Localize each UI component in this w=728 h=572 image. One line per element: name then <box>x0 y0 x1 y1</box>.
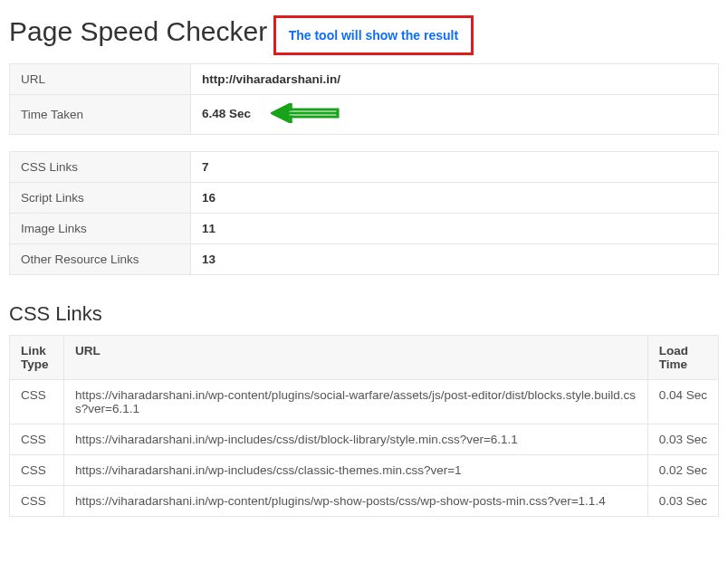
counts-script-label: Script Links <box>10 183 191 214</box>
table-row: CSS https://viharadarshani.in/wp-include… <box>10 455 719 486</box>
summary-time-value: 6.48 Sec <box>191 95 719 135</box>
css-links-table: Link Type URL Load Time CSS https://viha… <box>9 335 719 517</box>
table-row: CSS https://viharadarshani.in/wp-content… <box>10 380 719 424</box>
result-tip-text: The tool will show the result <box>289 28 458 43</box>
summary-time-text: 6.48 Sec <box>202 107 251 120</box>
col-header-link-type: Link Type <box>10 336 64 380</box>
table-row: CSS https://viharadarshani.in/wp-content… <box>10 486 719 517</box>
counts-css-label: CSS Links <box>10 152 191 183</box>
cell-url: https://viharadarshani.in/wp-includes/cs… <box>64 424 648 455</box>
arrow-left-icon <box>271 103 341 126</box>
cell-load-time: 0.02 Sec <box>647 455 718 486</box>
summary-url-label: URL <box>10 64 191 95</box>
cell-url: https://viharadarshani.in/wp-includes/cs… <box>64 455 648 486</box>
col-header-load-time: Load Time <box>647 336 718 380</box>
counts-image-value: 11 <box>191 214 719 244</box>
counts-table: CSS Links 7 Script Links 16 Image Links … <box>9 151 719 275</box>
cell-url: https://viharadarshani.in/wp-content/plu… <box>64 486 648 517</box>
cell-load-time: 0.03 Sec <box>647 424 718 455</box>
counts-script-value: 16 <box>191 183 719 214</box>
page-title: Page Speed Checker <box>9 16 267 47</box>
table-row: Time Taken 6.48 Sec <box>10 95 719 135</box>
cell-url: https://viharadarshani.in/wp-content/plu… <box>64 380 648 424</box>
table-header-row: Link Type URL Load Time <box>10 336 719 380</box>
summary-time-label: Time Taken <box>10 95 191 135</box>
table-row: Other Resource Links 13 <box>10 244 719 275</box>
table-row: URL http://viharadarshani.in/ <box>10 64 719 95</box>
summary-table: URL http://viharadarshani.in/ Time Taken… <box>9 63 719 135</box>
counts-other-value: 13 <box>191 244 719 275</box>
cell-link-type: CSS <box>10 486 64 517</box>
css-links-heading: CSS Links <box>9 302 719 326</box>
table-row: Script Links 16 <box>10 183 719 214</box>
table-row: CSS Links 7 <box>10 152 719 183</box>
title-row: Page Speed Checker The tool will show th… <box>9 7 719 63</box>
table-row: CSS https://viharadarshani.in/wp-include… <box>10 424 719 455</box>
cell-link-type: CSS <box>10 455 64 486</box>
result-tip-box: The tool will show the result <box>273 15 474 55</box>
table-row: Image Links 11 <box>10 214 719 244</box>
cell-link-type: CSS <box>10 424 64 455</box>
summary-url-value: http://viharadarshani.in/ <box>191 64 719 95</box>
cell-link-type: CSS <box>10 380 64 424</box>
cell-load-time: 0.03 Sec <box>647 486 718 517</box>
cell-load-time: 0.04 Sec <box>647 380 718 424</box>
counts-other-label: Other Resource Links <box>10 244 191 275</box>
counts-css-value: 7 <box>191 152 719 183</box>
col-header-url: URL <box>64 336 648 380</box>
counts-image-label: Image Links <box>10 214 191 244</box>
